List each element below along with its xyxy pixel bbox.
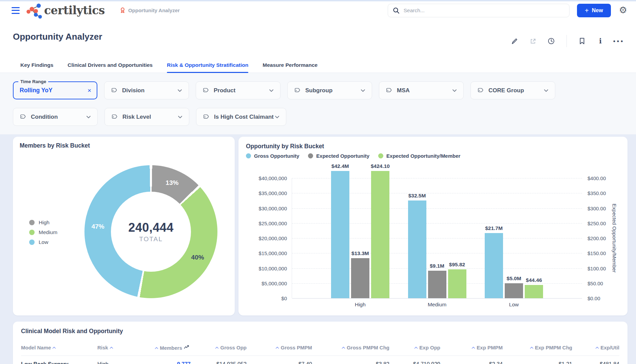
gear-icon[interactable]: ⚙ [619, 6, 627, 15]
legend-item-expected-opportunity-member[interactable]: Expected Opportunity/Member [378, 153, 460, 159]
bar-gross-opportunity-low[interactable]: $21.7M [485, 225, 503, 298]
tab-risk-opportunity-stratification[interactable]: Risk & Opportunity Stratification [167, 62, 248, 73]
filter-label: Condition [31, 114, 58, 120]
cell-gross-pmpm: $7.40 [247, 356, 312, 364]
sort-caret-icon[interactable] [595, 346, 599, 349]
sort-caret-icon[interactable] [110, 346, 113, 349]
sort-caret-icon[interactable] [342, 346, 345, 349]
sort-caret-icon[interactable] [471, 346, 475, 349]
bar-rect [371, 171, 389, 298]
right-tick: $150.00 [587, 250, 606, 256]
column-header-exp-opp[interactable]: Exp Opp [389, 340, 440, 356]
opportunity-analyzer-page: certilytics Opportunity Analyzer + New ⚙ [0, 0, 636, 364]
bar-expected-opportunity-high[interactable]: $13.3M [351, 250, 369, 298]
column-header-exp-pmpm-chg[interactable]: Exp PMPM Chg [503, 340, 572, 356]
cell-members[interactable]: 9,777 [141, 356, 191, 364]
bar-chart-legend: Gross OpportunityExpected OpportunityExp… [246, 153, 460, 159]
app-header: certilytics Opportunity Analyzer + New ⚙ [0, 1, 636, 19]
breadcrumb-label: Opportunity Analyzer [128, 7, 180, 13]
right-tick: $350.00 [587, 190, 606, 196]
app-logo[interactable]: certilytics [25, 2, 105, 19]
filter-label: Division [122, 87, 144, 94]
legend-item-low[interactable]: Low [29, 237, 57, 247]
new-button[interactable]: + New [577, 4, 611, 17]
bar-expected-opportunity-medium[interactable]: $9.1M [428, 263, 446, 298]
donut-pct-low: 47% [92, 223, 104, 230]
page-title: Opportunity Analyzer [13, 32, 102, 42]
sort-caret-icon[interactable] [414, 346, 418, 349]
close-icon[interactable]: × [88, 87, 91, 94]
column-header-gross-pmpm-chg[interactable]: Gross PMPM Chg [312, 340, 389, 356]
trend-arrow-icon[interactable] [184, 344, 189, 349]
table-row: Low Back SurgeryHigh9,777$14,935,052$7.4… [21, 356, 619, 364]
sort-caret-icon[interactable] [215, 346, 219, 349]
filter-condition[interactable]: Condition [13, 108, 98, 126]
filter-label: MSA [397, 87, 410, 94]
tab-clinical-drivers-and-opportunities[interactable]: Clinical Drivers and Opportunities [68, 62, 153, 73]
new-button-label: New [592, 7, 603, 14]
filter-subgroup[interactable]: Subgroup [287, 81, 372, 99]
legend-label: Gross Opportunity [254, 153, 299, 159]
category-label-low: Low [509, 302, 519, 308]
legend-item-gross-opportunity[interactable]: Gross Opportunity [246, 153, 299, 159]
bar-rect [428, 271, 446, 298]
time-range-filter[interactable]: Time Range Rolling YoY × [13, 81, 97, 99]
filter-division[interactable]: Division [104, 81, 189, 99]
edit-icon[interactable] [511, 37, 518, 45]
members-link[interactable]: 9,777 [177, 361, 191, 364]
sort-caret-icon[interactable] [530, 346, 534, 349]
menu-icon[interactable] [12, 7, 20, 14]
column-header-members[interactable]: Members [141, 340, 191, 356]
bar-gross-opportunity-medium[interactable]: $32.5M [408, 193, 426, 298]
legend-label: High [39, 219, 50, 226]
column-header-exp-util[interactable]: Exp/Util [572, 340, 619, 356]
column-header-gross-pmpm[interactable]: Gross PMPM [247, 340, 312, 356]
sort-caret-icon[interactable] [275, 346, 279, 349]
legend-item-medium[interactable]: Medium [29, 227, 57, 237]
filter-label: Is High Cost Claimant [214, 114, 274, 120]
column-header-exp-pmpm[interactable]: Exp PMPM [440, 340, 503, 356]
external-link-icon[interactable] [529, 37, 537, 45]
sort-caret-icon[interactable] [155, 347, 158, 349]
clinical-model-table-card: Clinical Model Risk and Opportunity Mode… [13, 322, 628, 364]
bar-expected-opportunity-member-low[interactable]: $44.46 [525, 277, 543, 298]
legend-item-high[interactable]: High [29, 217, 57, 227]
filter-msa[interactable]: MSA [379, 81, 464, 99]
bar-expected-opportunity-member-high[interactable]: $424.10 [371, 163, 389, 298]
ellipsis-icon[interactable]: ●●● [615, 37, 622, 45]
tab-measure-performance[interactable]: Measure Performance [263, 62, 317, 73]
filter-is-high-cost-claimant[interactable]: Is High Cost Claimant [196, 108, 286, 126]
bookmark-icon[interactable] [578, 37, 586, 45]
tag-icon [202, 87, 209, 94]
filter-risk-level[interactable]: Risk Level [104, 108, 189, 126]
donut-center: 240,444 TOTAL [128, 221, 174, 243]
sort-caret-icon[interactable] [52, 346, 56, 349]
column-header-gross-opp[interactable]: Gross Opp [191, 340, 247, 356]
chevron-down-icon [451, 87, 458, 94]
chevron-down-icon [177, 114, 184, 120]
bar-gross-opportunity-high[interactable]: $42.4M [331, 163, 349, 298]
legend-item-expected-opportunity[interactable]: Expected Opportunity [308, 153, 369, 159]
left-tick: $5,000,000 [238, 280, 287, 286]
bar-group-high: $42.4M$13.3M$424.10 [331, 163, 389, 298]
search-box[interactable] [388, 4, 570, 17]
bar-expected-opportunity-low[interactable]: $5.0M [505, 275, 523, 298]
filter-product[interactable]: Product [196, 81, 281, 99]
column-header-risk[interactable]: Risk [97, 340, 141, 356]
column-header-model-name[interactable]: Model Name [21, 340, 97, 356]
x-axis-baseline [292, 298, 582, 299]
search-input[interactable] [403, 7, 564, 14]
bar-expected-opportunity-member-medium[interactable]: $95.82 [448, 262, 466, 298]
breadcrumb[interactable]: Opportunity Analyzer [120, 7, 180, 14]
history-icon[interactable] [547, 37, 555, 45]
filter-core-group[interactable]: CORE Group [470, 81, 555, 99]
tag-icon [203, 113, 210, 120]
tab-key-findings[interactable]: Key Findings [20, 62, 53, 73]
chevron-down-icon [268, 87, 275, 94]
bar-rect [408, 200, 426, 298]
bar-value-label: $424.10 [371, 163, 390, 169]
donut-pct-high: 13% [166, 179, 178, 187]
info-icon[interactable]: i [597, 37, 604, 45]
left-tick: $10,000,000 [238, 265, 287, 271]
tab-bar: Key FindingsClinical Drivers and Opportu… [0, 53, 636, 73]
